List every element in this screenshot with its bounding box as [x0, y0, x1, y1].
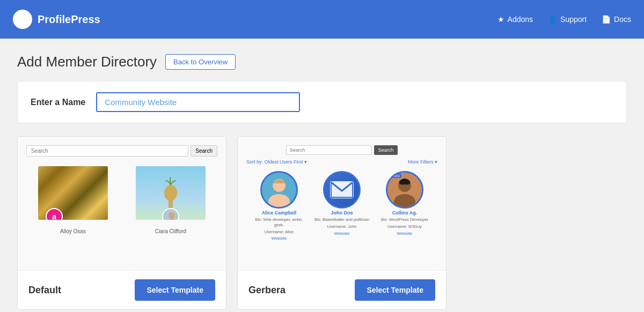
- gerbera-search-input[interactable]: [286, 145, 372, 155]
- john-email-icon: [325, 173, 359, 207]
- alice-name: Alice Campbell: [262, 210, 297, 216]
- default-search-input[interactable]: [26, 145, 188, 157]
- nav-support[interactable]: 👤 Support: [548, 15, 587, 24]
- collins-username: Username: W3Guy: [387, 224, 422, 229]
- default-search-button[interactable]: Search: [191, 145, 217, 157]
- gerbera-template-preview: Search Sort by: Oldest Users First ▾ Mor…: [238, 137, 446, 271]
- main-content: Add Member Directory Back to Overview En…: [0, 39, 644, 312]
- template-card-default: Search a Alloy Osas: [17, 136, 226, 310]
- default-members-grid: a Alloy Osas: [26, 166, 217, 234]
- template-card-gerbera: Search Sort by: Oldest Users First ▾ Mor…: [237, 136, 447, 310]
- collins-bio: Bio: WordPress Developer: [381, 217, 428, 222]
- ciara-name: Ciara Clifford: [155, 228, 186, 234]
- book-icon: 📄: [602, 15, 611, 24]
- header: ProfilePress ★ Addons 👤 Support 📄 Docs: [0, 0, 644, 39]
- alice-avatar: [260, 171, 298, 209]
- default-member-alloy: a Alloy Osas: [26, 166, 120, 234]
- john-avatar: [323, 171, 361, 209]
- star-icon: ★: [497, 15, 504, 24]
- gerbera-template-name: Gerbera: [248, 285, 286, 296]
- collins-badge: Collins: [389, 174, 401, 178]
- more-filters[interactable]: More Filters ▾: [408, 159, 437, 165]
- gerbera-members: Alice Campbell Bio: Web developer, write…: [246, 171, 437, 241]
- name-input[interactable]: [96, 92, 300, 112]
- alice-website[interactable]: Website: [272, 236, 287, 241]
- collins-avatar: Collins: [386, 171, 423, 209]
- page-title: Add Member Directory: [17, 54, 157, 70]
- gerbera-template-footer: Gerbera Select Template: [238, 271, 446, 309]
- default-member-ciara: Ciara Clifford: [124, 166, 217, 234]
- default-template-name: Default: [28, 285, 61, 296]
- nav-docs-label: Docs: [614, 15, 631, 24]
- gerbera-member-john: John Doe Bio: Basketballer and politicia…: [314, 171, 370, 241]
- logo-icon: [13, 10, 32, 29]
- brand-name: ProfilePress: [38, 13, 100, 26]
- gerbera-member-collins: Collins Collins Ag. Bio: WordPress Devel…: [377, 171, 433, 241]
- john-bio: Bio: Basketballer and politician: [314, 217, 369, 222]
- nav-docs[interactable]: 📄 Docs: [602, 15, 631, 24]
- alloy-name: Alloy Osas: [60, 228, 86, 234]
- alice-username: Username: Alice: [265, 229, 294, 235]
- gerbera-search-bar: Search: [246, 145, 437, 155]
- john-website[interactable]: Website: [334, 231, 350, 236]
- templates-row: Search a Alloy Osas: [17, 136, 627, 310]
- default-template-preview: Search a Alloy Osas: [18, 137, 226, 271]
- header-nav: ★ Addons 👤 Support 📄 Docs: [497, 15, 631, 24]
- name-label: Enter a Name: [31, 98, 85, 107]
- name-section: Enter a Name: [17, 81, 627, 123]
- collins-website[interactable]: Website: [397, 231, 413, 236]
- brand-logo[interactable]: ProfilePress: [13, 10, 100, 29]
- gerbera-member-alice: Alice Campbell Bio: Web developer, write…: [251, 171, 308, 241]
- svg-point-1: [164, 185, 177, 201]
- nav-support-label: Support: [560, 15, 587, 24]
- select-gerbera-template-button[interactable]: Select Template: [355, 279, 435, 301]
- page-header: Add Member Directory Back to Overview: [17, 54, 627, 70]
- alloy-avatar: a: [46, 208, 63, 220]
- select-default-template-button[interactable]: Select Template: [135, 279, 215, 301]
- nav-addons-label: Addons: [508, 15, 533, 24]
- default-template-footer: Default Select Template: [18, 271, 226, 309]
- nav-addons[interactable]: ★ Addons: [497, 15, 533, 24]
- ciara-image: [136, 166, 206, 220]
- person-icon: 👤: [548, 15, 557, 24]
- collins-name: Collins Ag.: [392, 210, 418, 216]
- back-to-overview-button[interactable]: Back to Overview: [165, 54, 236, 70]
- alice-bio: Bio: Web developer, writer, geek.: [251, 217, 308, 228]
- gerbera-filters: Sort by: Oldest Users First ▾ More Filte…: [246, 159, 437, 165]
- sort-label: Sort by: Oldest Users First ▾: [246, 159, 307, 165]
- john-username: Username: John: [327, 224, 356, 229]
- alloy-image: a: [38, 166, 108, 220]
- gerbera-search-button[interactable]: Search: [374, 145, 398, 155]
- john-name: John Doe: [331, 210, 353, 216]
- default-search-bar: Search: [26, 145, 217, 157]
- svg-point-4: [169, 212, 175, 219]
